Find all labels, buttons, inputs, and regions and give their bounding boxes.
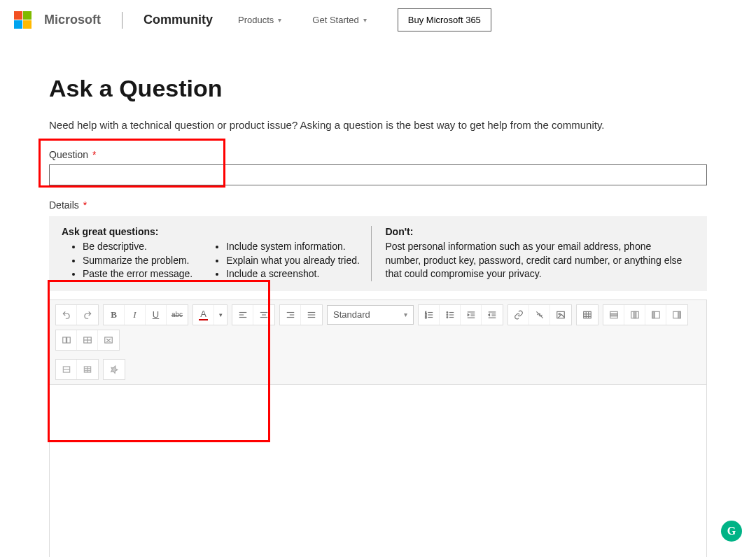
svg-rect-35 bbox=[584, 311, 592, 318]
chevron-down-icon: ▾ bbox=[363, 16, 367, 24]
table-col-button[interactable] bbox=[624, 305, 645, 325]
question-label-text: Question bbox=[49, 149, 88, 160]
tips-list-a: Be descriptive. Summarize the problem. P… bbox=[62, 240, 192, 281]
extra-grid-b-button[interactable] bbox=[77, 360, 98, 379]
toolbar-group-insert bbox=[507, 304, 572, 325]
details-label-text: Details bbox=[49, 199, 79, 211]
align-right-icon bbox=[286, 310, 295, 320]
italic-button[interactable]: I bbox=[125, 305, 146, 325]
toolbar-group-table-layout bbox=[603, 304, 688, 325]
toolbar-group-extra bbox=[55, 359, 99, 380]
indent-icon bbox=[466, 310, 476, 320]
buy-365-button[interactable]: Buy Microsoft 365 bbox=[398, 8, 491, 31]
unordered-list-button[interactable] bbox=[440, 305, 461, 325]
grid-b-icon bbox=[83, 365, 92, 374]
unlink-button[interactable] bbox=[529, 305, 550, 325]
chevron-down-icon: ▾ bbox=[278, 16, 281, 24]
merge-icon bbox=[62, 335, 71, 345]
delete-table-icon bbox=[104, 335, 113, 345]
tips-panel: Ask great questions: Be descriptive. Sum… bbox=[49, 216, 707, 291]
svg-text:3: 3 bbox=[425, 315, 427, 318]
split-cells-button[interactable] bbox=[77, 330, 98, 350]
toolbar-group-color: A ▾ bbox=[192, 304, 227, 325]
link-button[interactable] bbox=[508, 305, 529, 325]
tip-item: Explain what you already tried. bbox=[226, 254, 360, 268]
indent-button[interactable] bbox=[461, 305, 482, 325]
undo-icon bbox=[62, 310, 71, 320]
link-icon bbox=[514, 310, 524, 320]
text-color-button[interactable]: A bbox=[193, 305, 214, 325]
unordered-list-icon bbox=[445, 310, 455, 320]
split-icon bbox=[83, 335, 92, 345]
svg-rect-43 bbox=[634, 311, 636, 318]
svg-point-20 bbox=[447, 316, 448, 318]
tip-item: Be descriptive. bbox=[83, 240, 192, 254]
editor-body[interactable] bbox=[50, 385, 706, 557]
redo-button[interactable] bbox=[77, 305, 98, 325]
extra-grid-a-button[interactable] bbox=[56, 360, 77, 379]
rich-editor: B I U abc A ▾ bbox=[49, 299, 707, 557]
strikethrough-button[interactable]: abc bbox=[167, 305, 188, 325]
align-justify-button[interactable] bbox=[301, 305, 322, 325]
align-justify-icon bbox=[307, 310, 316, 320]
grid-icon bbox=[62, 365, 71, 374]
page-subtitle: Need help with a technical question or p… bbox=[49, 119, 707, 131]
format-select[interactable]: Standard ▾ bbox=[327, 305, 414, 325]
question-label: Question * bbox=[49, 149, 707, 160]
tips-list-b: Include system information. Explain what… bbox=[205, 240, 360, 281]
nav-products[interactable]: Products ▾ bbox=[238, 15, 281, 25]
main-content: Ask a Question Need help with a technica… bbox=[0, 40, 756, 557]
table-right-button[interactable] bbox=[666, 305, 687, 325]
table-row-button[interactable] bbox=[603, 305, 624, 325]
align-right-button[interactable] bbox=[280, 305, 301, 325]
table-button[interactable] bbox=[577, 305, 598, 325]
table-left-button[interactable] bbox=[645, 305, 666, 325]
svg-rect-48 bbox=[62, 337, 66, 343]
tips-right-text: Post personal information such as your e… bbox=[386, 240, 687, 281]
svg-point-34 bbox=[559, 313, 560, 314]
bold-button[interactable]: B bbox=[104, 305, 125, 325]
pin-button[interactable] bbox=[104, 360, 125, 379]
text-color-dropdown[interactable]: ▾ bbox=[214, 305, 227, 325]
merge-cells-button[interactable] bbox=[56, 330, 77, 350]
nav-get-started[interactable]: Get Started ▾ bbox=[312, 15, 366, 25]
toolbar-group-align-b bbox=[279, 304, 323, 325]
image-icon bbox=[556, 310, 566, 320]
align-left-button[interactable] bbox=[232, 305, 253, 325]
svg-rect-41 bbox=[610, 313, 617, 316]
table-col-icon bbox=[630, 310, 640, 320]
tips-right: Don't: Post personal information such as… bbox=[371, 226, 695, 281]
nav-community[interactable]: Community bbox=[144, 13, 213, 27]
undo-button[interactable] bbox=[56, 305, 77, 325]
tip-item: Paste the error message. bbox=[83, 267, 192, 281]
outdent-button[interactable] bbox=[482, 305, 503, 325]
question-input[interactable] bbox=[49, 164, 707, 185]
nav-get-started-label: Get Started bbox=[312, 15, 358, 25]
outdent-icon bbox=[487, 310, 497, 320]
brand-text: Microsoft bbox=[44, 13, 101, 27]
ordered-list-button[interactable]: 123 bbox=[419, 305, 440, 325]
delete-table-button[interactable] bbox=[98, 330, 119, 350]
chevron-down-icon: ▾ bbox=[404, 311, 407, 318]
tip-item: Include a screenshot. bbox=[226, 267, 360, 281]
grammarly-badge-icon[interactable]: G bbox=[721, 521, 742, 542]
underline-button[interactable]: U bbox=[146, 305, 167, 325]
editor-toolbar: B I U abc A ▾ bbox=[50, 300, 706, 385]
required-mark: * bbox=[83, 199, 87, 211]
site-header: Microsoft Community Products ▾ Get Start… bbox=[0, 0, 756, 40]
page-title: Ask a Question bbox=[49, 75, 707, 102]
tip-item: Include system information. bbox=[226, 240, 360, 254]
svg-point-18 bbox=[447, 311, 448, 313]
microsoft-logo-icon bbox=[14, 11, 31, 29]
svg-rect-47 bbox=[678, 311, 681, 318]
svg-rect-45 bbox=[652, 311, 654, 318]
tip-item: Summarize the problem. bbox=[83, 254, 192, 268]
table-right-icon bbox=[672, 310, 682, 320]
svg-point-19 bbox=[447, 314, 448, 316]
table-row-icon bbox=[609, 310, 619, 320]
align-center-button[interactable] bbox=[253, 305, 274, 325]
tips-right-title: Don't: bbox=[386, 226, 687, 237]
toolbar-group-align-a bbox=[232, 304, 275, 325]
tips-left-title: Ask great questions: bbox=[62, 226, 363, 237]
image-button[interactable] bbox=[550, 305, 571, 325]
